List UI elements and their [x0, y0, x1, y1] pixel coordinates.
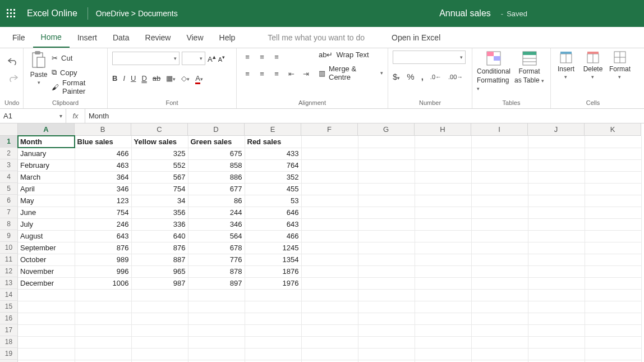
strikethrough-button[interactable]: ab	[153, 74, 160, 83]
row-header-18[interactable]: 18	[0, 336, 18, 348]
cell-A3[interactable]: February	[18, 159, 75, 171]
cell-A20[interactable]	[18, 360, 75, 362]
cell-C11[interactable]: 887	[131, 254, 188, 265]
cell-B5[interactable]: 346	[75, 183, 131, 195]
cell-G10[interactable]	[358, 242, 415, 254]
align-left-button[interactable]: ≡	[241, 67, 254, 80]
cell-F15[interactable]	[301, 301, 358, 313]
cell-J20[interactable]	[528, 360, 585, 362]
cell-D5[interactable]: 677	[188, 183, 245, 195]
cell-I6[interactable]	[471, 195, 528, 207]
cell-E8[interactable]: 643	[245, 218, 301, 230]
row-header-20[interactable]: 20	[0, 360, 18, 362]
cell-H12[interactable]	[415, 265, 471, 277]
cell-C4[interactable]: 567	[131, 171, 188, 183]
cell-B1[interactable]: Blue sales	[75, 136, 131, 148]
cell-D15[interactable]	[188, 301, 245, 313]
cell-K4[interactable]	[585, 171, 641, 183]
cell-C2[interactable]: 325	[131, 148, 188, 159]
cell-K14[interactable]	[585, 289, 641, 301]
cell-H5[interactable]	[415, 183, 471, 195]
cell-F20[interactable]	[301, 360, 358, 362]
cell-F3[interactable]	[301, 159, 358, 171]
cell-I9[interactable]	[471, 230, 528, 242]
row-header-11[interactable]: 11	[0, 254, 18, 265]
row-header-17[interactable]: 17	[0, 324, 18, 336]
cell-D4[interactable]: 886	[188, 171, 245, 183]
cell-C10[interactable]: 876	[131, 242, 188, 254]
cut-button[interactable]: ✂Cut	[52, 52, 103, 64]
decrease-decimal-button[interactable]: .00→	[448, 74, 463, 80]
cell-E1[interactable]: Red sales	[245, 136, 301, 148]
cell-K2[interactable]	[585, 148, 641, 159]
cell-A6[interactable]: May	[18, 195, 75, 207]
cell-C17[interactable]	[131, 324, 188, 336]
cell-J14[interactable]	[528, 289, 585, 301]
cell-H6[interactable]	[415, 195, 471, 207]
cell-A13[interactable]: December	[18, 277, 75, 289]
cell-K20[interactable]	[585, 360, 641, 362]
cell-E16[interactable]	[245, 313, 301, 324]
cell-B9[interactable]: 643	[75, 230, 131, 242]
cell-G2[interactable]	[358, 148, 415, 159]
row-header-9[interactable]: 9	[0, 230, 18, 242]
cell-J17[interactable]	[528, 324, 585, 336]
document-title[interactable]: Annual sales	[439, 8, 491, 19]
cell-I4[interactable]	[471, 171, 528, 183]
cell-J6[interactable]	[528, 195, 585, 207]
menu-home[interactable]: Home	[33, 27, 70, 48]
cell-C16[interactable]	[131, 313, 188, 324]
align-bottom-button[interactable]: ≡	[270, 51, 283, 63]
cell-C20[interactable]	[131, 360, 188, 362]
cell-C5[interactable]: 754	[131, 183, 188, 195]
cell-C3[interactable]: 552	[131, 159, 188, 171]
cell-F1[interactable]	[301, 136, 358, 148]
cell-E19[interactable]	[245, 348, 301, 360]
cell-D19[interactable]	[188, 348, 245, 360]
row-header-2[interactable]: 2	[0, 148, 18, 159]
cell-F10[interactable]	[301, 242, 358, 254]
cell-H13[interactable]	[415, 277, 471, 289]
bold-button[interactable]: B	[112, 74, 117, 83]
cell-H1[interactable]	[415, 136, 471, 148]
cell-B3[interactable]: 463	[75, 159, 131, 171]
row-header-4[interactable]: 4	[0, 171, 18, 183]
cell-D12[interactable]: 878	[188, 265, 245, 277]
cell-G3[interactable]	[358, 159, 415, 171]
cell-G6[interactable]	[358, 195, 415, 207]
menu-data[interactable]: Data	[105, 27, 137, 48]
cell-K7[interactable]	[585, 207, 641, 218]
cell-F12[interactable]	[301, 265, 358, 277]
cell-A5[interactable]: April	[18, 183, 75, 195]
cell-F7[interactable]	[301, 207, 358, 218]
row-header-16[interactable]: 16	[0, 313, 18, 324]
decrease-indent-button[interactable]: ⇤	[285, 67, 297, 80]
double-underline-button[interactable]: D	[141, 74, 146, 83]
cell-G4[interactable]	[358, 171, 415, 183]
column-header-A[interactable]: A	[18, 123, 75, 136]
cell-I5[interactable]	[471, 183, 528, 195]
menu-help[interactable]: Help	[211, 27, 243, 48]
cell-B13[interactable]: 1006	[75, 277, 131, 289]
cell-D18[interactable]	[188, 336, 245, 348]
cell-F4[interactable]	[301, 171, 358, 183]
cell-B7[interactable]: 754	[75, 207, 131, 218]
cell-A1[interactable]: Month	[18, 136, 75, 148]
row-header-19[interactable]: 19	[0, 348, 18, 360]
cell-B10[interactable]: 876	[75, 242, 131, 254]
cell-D6[interactable]: 86	[188, 195, 245, 207]
cell-F11[interactable]	[301, 254, 358, 265]
percent-button[interactable]: %	[407, 72, 414, 81]
cell-I17[interactable]	[471, 324, 528, 336]
cell-J7[interactable]	[528, 207, 585, 218]
cell-B17[interactable]	[75, 324, 131, 336]
row-header-15[interactable]: 15	[0, 301, 18, 313]
number-format-combo[interactable]: ▾	[393, 51, 466, 64]
cell-A14[interactable]	[18, 289, 75, 301]
column-header-J[interactable]: J	[528, 123, 585, 136]
cell-J13[interactable]	[528, 277, 585, 289]
redo-button[interactable]	[7, 72, 19, 84]
cell-F19[interactable]	[301, 348, 358, 360]
menu-file[interactable]: File	[4, 27, 33, 48]
cell-I1[interactable]	[471, 136, 528, 148]
